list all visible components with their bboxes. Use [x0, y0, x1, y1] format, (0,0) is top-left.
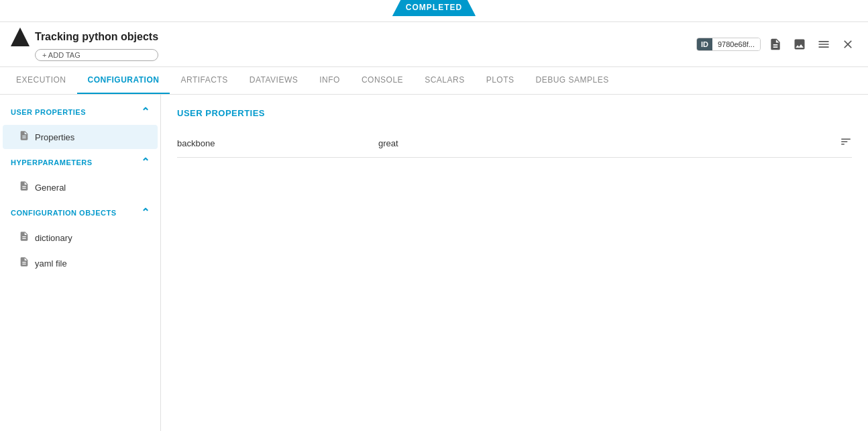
sidebar: USER PROPERTIES ⌃ Properties HYPERPARAME… [0, 95, 161, 431]
hyperparameters-label: HYPERPARAMETERS [11, 158, 93, 166]
main-layout: USER PROPERTIES ⌃ Properties HYPERPARAME… [0, 95, 868, 431]
description-icon-button[interactable] [766, 35, 785, 54]
sidebar-item-dictionary-label: dictionary [35, 233, 72, 243]
content-section-title: USER PROPERTIES [177, 108, 852, 118]
file-icon-2 [19, 181, 30, 194]
content-area: USER PROPERTIES backbone great [161, 95, 868, 431]
file-icon-3 [19, 231, 30, 244]
sidebar-item-general[interactable]: General [3, 175, 158, 199]
tab-console[interactable]: CONSOLE [351, 67, 414, 94]
file-icon [19, 130, 30, 144]
app-icon [11, 28, 30, 46]
tab-dataviews[interactable]: DATAVIEWS [239, 67, 309, 94]
id-badge: ID 9780e68f... [696, 38, 761, 51]
tab-debug-samples[interactable]: DEBUG SAMPLES [525, 67, 620, 94]
close-icon-button[interactable] [838, 35, 857, 54]
image-icon-button[interactable] [790, 35, 809, 54]
header-left: Tracking python objects + ADD TAG [11, 28, 158, 61]
sidebar-item-general-label: General [35, 183, 66, 193]
tab-execution[interactable]: EXECUTION [5, 67, 77, 94]
user-properties-label: USER PROPERTIES [11, 108, 86, 116]
filter-icon[interactable] [840, 136, 852, 150]
configuration-objects-section-header[interactable]: CONFIGURATION OBJECTS ⌃ [0, 201, 160, 224]
id-value[interactable]: 9780e68f... [712, 38, 760, 50]
tab-scalars[interactable]: SCALARS [414, 67, 476, 94]
sidebar-item-yaml-file-label: yaml file [35, 258, 67, 269]
nav-tabs: EXECUTION CONFIGURATION ARTIFACTS DATAVI… [0, 67, 868, 95]
image-icon [793, 38, 806, 51]
sidebar-item-properties[interactable]: Properties [3, 125, 158, 149]
property-actions [840, 136, 852, 150]
chevron-up-icon-2: ⌃ [141, 156, 150, 169]
status-bar: COMPLETED [0, 0, 868, 22]
tab-artifacts[interactable]: ARTIFACTS [170, 67, 238, 94]
app-title-row: Tracking python objects [11, 28, 158, 46]
menu-icon-button[interactable] [814, 35, 833, 54]
user-properties-section-header[interactable]: USER PROPERTIES ⌃ [0, 100, 160, 124]
menu-icon [817, 38, 830, 51]
id-label: ID [697, 38, 712, 50]
chevron-up-icon-3: ⌃ [141, 206, 150, 219]
tab-configuration[interactable]: CONFIGURATION [77, 67, 170, 94]
header: Tracking python objects + ADD TAG ID 978… [0, 22, 868, 67]
property-key: backbone [177, 138, 378, 148]
status-badge: COMPLETED [392, 0, 476, 16]
close-icon [841, 38, 855, 51]
app-title: Tracking python objects [35, 31, 158, 43]
chevron-up-icon: ⌃ [141, 105, 150, 118]
property-row: backbone great [177, 129, 852, 158]
tab-plots[interactable]: PLOTS [476, 67, 525, 94]
hyperparameters-section-header[interactable]: HYPERPARAMETERS ⌃ [0, 150, 160, 174]
file-icon-4 [19, 256, 30, 270]
sidebar-item-dictionary[interactable]: dictionary [3, 226, 158, 250]
sidebar-item-yaml-file[interactable]: yaml file [3, 251, 158, 275]
description-icon [769, 38, 782, 51]
sidebar-item-properties-label: Properties [35, 132, 74, 142]
header-right: ID 9780e68f... [696, 35, 857, 54]
configuration-objects-label: CONFIGURATION OBJECTS [11, 209, 117, 217]
property-value: great [378, 138, 840, 148]
add-tag-button[interactable]: + ADD TAG [35, 49, 158, 61]
tab-info[interactable]: INFO [309, 67, 351, 94]
